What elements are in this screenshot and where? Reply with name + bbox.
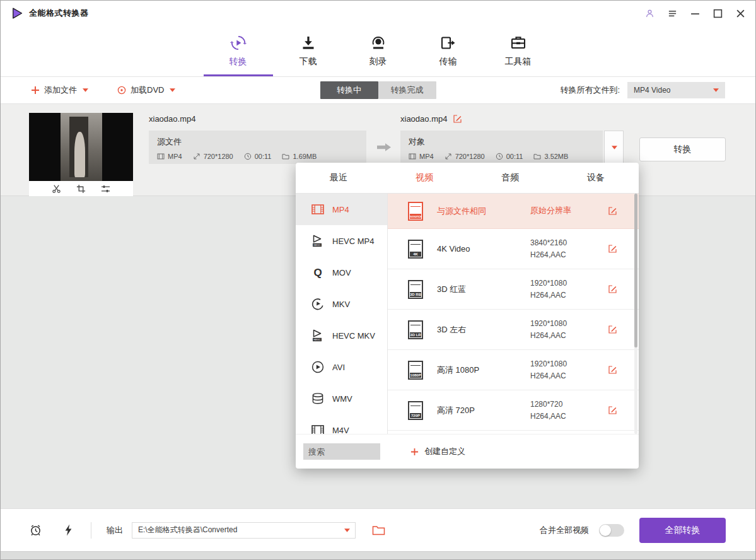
- tab-completed[interactable]: 转换完成: [378, 81, 436, 99]
- output-format-dropdown[interactable]: MP4 Video: [627, 82, 725, 98]
- preset-row-source[interactable]: source 与源文件相同 原始分辨率: [388, 194, 639, 229]
- popup-tab-recent[interactable]: 最近: [296, 163, 381, 193]
- format-item-mkv[interactable]: MKV: [296, 288, 387, 320]
- close-button[interactable]: [736, 9, 745, 18]
- popup-tab-audio[interactable]: 音频: [467, 163, 553, 193]
- format-item-mp4[interactable]: MP4: [296, 194, 387, 225]
- app-title: 全能格式转换器: [29, 8, 89, 19]
- preset-badge: 4K: [410, 252, 421, 257]
- edit-preset-icon[interactable]: [608, 206, 617, 216]
- nav-tab-download[interactable]: 下载: [288, 26, 329, 76]
- format-label: WMV: [332, 394, 352, 404]
- app-window: 全能格式转换器 转换下载刻录传输工具箱 添加文件 加载DVD 转换中 转换完成: [0, 0, 756, 560]
- crop-icon[interactable]: [76, 184, 86, 194]
- app-logo-icon: [11, 7, 23, 20]
- queue-status-toggle: 转换中 转换完成: [320, 81, 436, 99]
- preset-name: 高清 720P: [437, 405, 530, 416]
- nav-tab-burn[interactable]: 刻录: [358, 26, 399, 76]
- output-path-input[interactable]: [132, 522, 356, 539]
- preset-row[interactable]: 3D RB3D 红蓝1920*1080H264,AAC: [388, 269, 639, 310]
- preset-list: source 与源文件相同 原始分辨率 4K4K Video3840*2160H…: [388, 194, 639, 434]
- convert-button[interactable]: 转换: [639, 137, 726, 161]
- caret-down-icon: [612, 146, 617, 149]
- download-icon: [300, 35, 317, 51]
- bottom-strip: [1, 551, 755, 559]
- nav-tab-transfer[interactable]: 传输: [427, 26, 469, 76]
- source-file-name: xiaodao.mp4: [149, 113, 366, 125]
- nav-tab-toolbox[interactable]: 工具箱: [497, 26, 539, 76]
- scrollbar-thumb[interactable]: [634, 194, 637, 347]
- nav-tab-label: 传输: [439, 56, 457, 67]
- video-thumbnail[interactable]: [29, 113, 133, 181]
- preset-row[interactable]: 720P高清 720P1280*720H264,AAC: [388, 390, 639, 431]
- user-account-icon[interactable]: [645, 9, 654, 18]
- convert-all-button[interactable]: 全部转换: [639, 518, 726, 543]
- popup-tab-video[interactable]: 视频: [381, 163, 467, 193]
- convert-icon: [230, 35, 247, 51]
- mov-icon: Q: [311, 265, 325, 279]
- tab-converting[interactable]: 转换中: [320, 81, 378, 99]
- format-item-hevc-mp4[interactable]: HEVCHEVC MP4: [296, 225, 387, 257]
- thumbnail-column: [29, 113, 133, 196]
- merge-toggle[interactable]: [599, 524, 624, 537]
- create-custom-button[interactable]: 创建自定义: [410, 446, 465, 457]
- preset-row[interactable]: 1080P高清 1080P1920*1080H264,AAC: [388, 350, 639, 390]
- preset-detail: 原始分辨率: [530, 204, 571, 217]
- preset-detail: 1280*720H264,AAC: [530, 399, 566, 422]
- load-dvd-button[interactable]: 加载DVD: [117, 85, 175, 96]
- trim-icon[interactable]: [52, 184, 61, 194]
- format-label: AVI: [332, 363, 345, 372]
- minimize-button[interactable]: [690, 9, 700, 18]
- format-item-wmv[interactable]: WMV: [296, 383, 387, 414]
- schedule-icon[interactable]: [29, 523, 42, 537]
- scrollbar-track[interactable]: [634, 194, 637, 434]
- clock-icon: [496, 153, 503, 160]
- target-title: 对象: [409, 136, 595, 148]
- search-input[interactable]: [303, 443, 380, 460]
- preset-row[interactable]: 4K4K Video3840*2160H264,AAC: [388, 229, 639, 269]
- divider: [91, 522, 91, 539]
- edit-preset-icon[interactable]: [608, 284, 617, 294]
- format-item-avi[interactable]: AVI: [296, 351, 387, 383]
- nav-tab-convert[interactable]: 转换: [218, 26, 259, 76]
- open-folder-icon[interactable]: [372, 525, 385, 536]
- edit-preset-icon[interactable]: [608, 325, 617, 334]
- edit-preset-icon[interactable]: [608, 365, 617, 375]
- thumbnail-image: [61, 113, 102, 181]
- preset-format-icon: 3D RB: [408, 280, 423, 299]
- target-format: MP4: [409, 153, 434, 160]
- caret-down-icon[interactable]: [344, 528, 350, 532]
- format-list: MP4HEVCHEVC MP4QMOVMKVHEVCHEVC MKVAVIWMV…: [296, 194, 388, 434]
- source-format: MP4: [157, 153, 182, 160]
- edit-target-name-icon[interactable]: [453, 114, 462, 124]
- preset-format-icon: 1080P: [408, 361, 423, 380]
- source-resolution: 720*1280: [193, 153, 233, 160]
- toolbox-icon: [510, 35, 526, 51]
- format-item-m4v[interactable]: M4V: [296, 414, 387, 434]
- preset-format-icon: 720P: [408, 401, 423, 420]
- format-picker-popup: 最近视频音频设备 MP4HEVCHEVC MP4QMOVMKVHEVCHEVC …: [296, 163, 639, 469]
- folder-icon: [282, 153, 289, 160]
- resolution-icon: [193, 153, 201, 160]
- popup-tab-device[interactable]: 设备: [553, 163, 639, 193]
- toolbar: 添加文件 加载DVD 转换中 转换完成 转换所有文件到: MP4 Video: [1, 77, 755, 104]
- clock-icon: [244, 153, 252, 160]
- maximize-button[interactable]: [713, 9, 723, 18]
- format-item-mov[interactable]: QMOV: [296, 257, 387, 288]
- m4v-icon: [311, 423, 325, 434]
- preset-badge: 3D RB: [410, 292, 421, 297]
- add-file-button[interactable]: 添加文件: [31, 85, 88, 96]
- preset-name: 4K Video: [437, 244, 530, 254]
- target-format-dropdown-button[interactable]: [604, 131, 624, 164]
- edit-preset-icon[interactable]: [608, 244, 617, 254]
- edit-preset-icon[interactable]: [608, 405, 617, 415]
- format-item-hevc-mkv[interactable]: HEVCHEVC MKV: [296, 320, 387, 351]
- plus-icon: [31, 86, 40, 95]
- source-size: 1.69MB: [282, 153, 317, 160]
- target-info-box: 对象 MP4 720*1280 00:11 3.52MB: [400, 131, 603, 164]
- menu-icon[interactable]: [668, 9, 677, 18]
- format-icon: [409, 153, 416, 160]
- preset-row[interactable]: 3D LR3D 左右1920*1080H264,AAC: [388, 310, 639, 350]
- high-speed-icon[interactable]: [64, 523, 73, 537]
- effects-adjust-icon[interactable]: [101, 184, 110, 194]
